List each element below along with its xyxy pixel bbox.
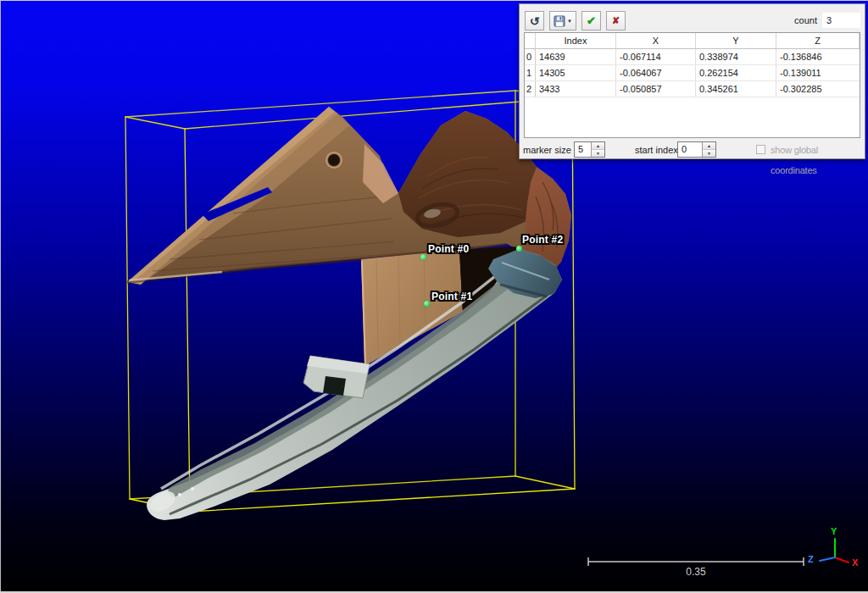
spin-up-icon[interactable]: ▲ xyxy=(592,142,604,150)
point-marker-0 xyxy=(420,254,426,260)
marker-size-label: marker size xyxy=(523,140,571,160)
point-marker-2 xyxy=(516,246,522,252)
point-marker-1 xyxy=(424,301,430,307)
start-index-value: 0 xyxy=(678,142,702,157)
count-label: count xyxy=(794,15,817,25)
start-index-spinner[interactable]: 0 ▲ ▼ xyxy=(677,141,716,158)
panel-toolbar: ↺ ▼ ✔ ✘ xyxy=(525,11,626,30)
table-row[interactable]: 1 14305 -0.064067 0.262154 -0.139011 xyxy=(525,65,860,81)
axis-y-label: Y xyxy=(831,526,837,536)
corner-header-cell xyxy=(525,33,536,48)
column-header-index[interactable]: Index xyxy=(536,33,616,48)
table-row[interactable]: 2 3433 -0.050857 0.345261 -0.302285 xyxy=(525,81,860,97)
panel-bottom-controls: marker size 5 ▲ ▼ start index 0 ▲ ▼ show… xyxy=(520,140,865,160)
point-label-2: Point #2 xyxy=(522,235,563,246)
validate-button[interactable]: ✔ xyxy=(581,11,601,30)
window-edge-left xyxy=(0,0,1,593)
spin-down-icon[interactable]: ▼ xyxy=(703,150,715,157)
dropdown-arrow-icon: ▼ xyxy=(567,19,572,24)
scale-bar-value: 0.35 xyxy=(588,566,804,578)
window-edge-top xyxy=(0,0,868,1)
axis-x-label: X xyxy=(852,557,858,568)
spin-down-icon[interactable]: ▼ xyxy=(592,150,604,157)
cancel-icon: ✘ xyxy=(612,16,620,25)
start-index-label: start index xyxy=(635,140,678,160)
revert-button[interactable]: ↺ xyxy=(525,11,544,30)
save-icon xyxy=(554,15,565,27)
point-list-picking-panel: ↺ ▼ ✔ ✘ count 3 Index X Y Z xyxy=(519,3,865,159)
check-icon: ✔ xyxy=(587,15,596,26)
spin-up-icon[interactable]: ▲ xyxy=(703,142,715,150)
show-global-coordinates-label: show global coordinates xyxy=(771,140,865,160)
axis-z-label: Z xyxy=(808,554,814,564)
revert-icon: ↺ xyxy=(530,15,540,27)
point-label-1: Point #1 xyxy=(431,291,472,302)
marker-size-spinner[interactable]: 5 ▲ ▼ xyxy=(574,141,605,158)
column-header-x[interactable]: X xyxy=(616,33,696,48)
table-header-row: Index X Y Z xyxy=(525,33,860,49)
show-global-coordinates-checkbox[interactable] xyxy=(756,145,765,154)
picked-points-table: Index X Y Z 0 14639 -0.067114 0.338974 -… xyxy=(524,32,860,138)
table-row[interactable]: 0 14639 -0.067114 0.338974 -0.136846 xyxy=(525,49,860,65)
count-value: 3 xyxy=(822,13,860,28)
column-header-y[interactable]: Y xyxy=(696,33,776,48)
column-header-z[interactable]: Z xyxy=(776,33,860,48)
marker-size-value: 5 xyxy=(575,142,591,157)
save-button[interactable]: ▼ xyxy=(549,11,576,30)
point-label-0: Point #0 xyxy=(428,244,469,255)
count-display: count 3 xyxy=(794,13,860,28)
cancel-button[interactable]: ✘ xyxy=(606,11,626,30)
